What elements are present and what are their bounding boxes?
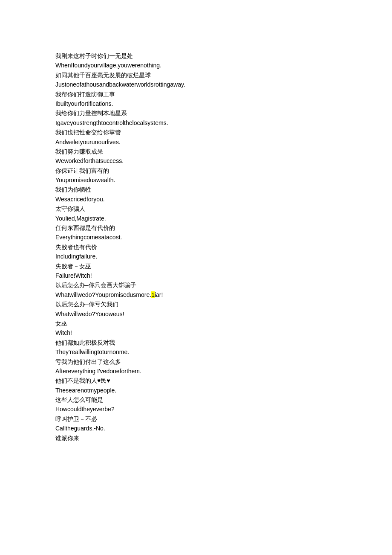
line-40: Calltheguards.-No. [55,424,337,433]
line-28: Whatwillwedo?Youoweus! [55,309,337,319]
line-18: Youlied,Magistrate. [55,214,337,223]
highlight-char: 1 [151,291,155,298]
line-12: Weworkedforthatsuccess. [55,156,337,166]
line-2: WhenIfoundyourvillage,youwerenothing. [55,61,337,70]
line-11: 我们努力赚取成果 [55,147,337,156]
line-27: 以后怎么办–你亏欠我们 [55,299,337,309]
line-5: 我帮你们打造防御工事 [55,90,337,99]
line-34: Aftereverything I'vedoneforthem. [55,366,337,376]
line-26: Whatwillwedo?Youpromisedusmore.1iar! [55,290,337,299]
line-7: 我给你们力量控制本地星系 [55,108,337,118]
line-8: Igaveyoustrengthtocontrolthelocalsystems… [55,118,337,128]
line-6: Ibuiltyourfortifications. [55,99,337,108]
line-13: 你保证让我们富有的 [55,166,337,175]
line-15: 我们为你牺牲 [55,185,337,194]
line-37: 这些人怎么可能是 [55,395,337,404]
line-19: 任何东西都是有代价的 [55,223,337,232]
line-21: 失败者也有代价 [55,242,337,252]
line-22: Includingfailure. [55,252,337,261]
line-31: 他们都如此积极反对我 [55,338,337,347]
line-9: 我们也把性命交给你掌管 [55,128,337,137]
line-10: Andweletyourunourlives. [55,137,337,147]
line-32: They'reallwillingtoturnonme. [55,347,337,357]
line-36: Thesearenotmypeople. [55,386,337,395]
line-16: Wesacricedforyou. [55,195,337,204]
line-24: Failure!Witch! [55,271,337,280]
line-17: 太守你骗人 [55,204,337,213]
line-1: 我刚来这村子时你们一无是处 [55,51,337,61]
line-14: Youpromiseduswealth. [55,175,337,185]
line-30: Witch! [55,328,337,337]
line-41: 谁派你来 [55,433,337,443]
line-25: 以后怎么办–你只会画大饼骗子 [55,280,337,290]
line-39: 呼叫护卫－不必 [55,414,337,424]
line-23: 失败者－女巫 [55,262,337,271]
line-3: 如同其他千百座毫无发展的破烂星球 [55,70,337,80]
line-20: Everythingcomesatacost. [55,232,337,242]
line-38: Howcouldtheyeverbe? [55,404,337,414]
line-4: Justoneofathousandbackwaterworldsrotting… [55,80,337,89]
line-29: 女巫 [55,319,337,328]
line-35: 他们不是我的人♥民♥ [55,376,337,385]
subtitle-content: 我刚来这村子时你们一无是处WhenIfoundyourvillage,youwe… [55,51,337,443]
line-33: 亏我为他们付出了这么多 [55,357,337,366]
